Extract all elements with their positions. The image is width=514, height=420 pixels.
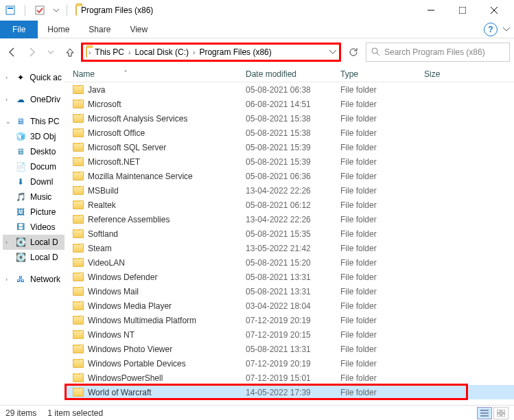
forward-button[interactable] bbox=[23, 44, 40, 60]
drive-icon: 💽 bbox=[15, 237, 26, 248]
star-icon: ✦ bbox=[15, 72, 26, 83]
ribbon-expand-icon[interactable] bbox=[503, 25, 510, 34]
table-row[interactable]: Windows NT07-12-2019 20:15File folder bbox=[65, 327, 514, 342]
table-row[interactable]: Microsoft.NET05-08-2021 15:39File folder bbox=[65, 154, 514, 169]
col-size[interactable]: Size bbox=[424, 69, 479, 79]
file-list: Java05-08-2021 06:38File folderMicrosoft… bbox=[65, 82, 514, 399]
sidebar-onedrive[interactable]: ›☁OneDriv bbox=[3, 92, 65, 107]
file-tab[interactable]: File bbox=[0, 21, 38, 38]
table-row[interactable]: Microsoft SQL Server05-08-2021 15:39File… bbox=[65, 140, 514, 154]
table-row[interactable]: Windows Photo Viewer05-08-2021 13:31File… bbox=[65, 342, 514, 356]
table-row[interactable]: Windows Mail05-08-2021 13:31File folder bbox=[65, 284, 514, 299]
properties-icon[interactable] bbox=[4, 4, 16, 16]
home-tab[interactable]: Home bbox=[38, 21, 79, 38]
svg-rect-14 bbox=[497, 414, 500, 417]
help-button[interactable]: ? bbox=[484, 23, 498, 36]
share-tab[interactable]: Share bbox=[79, 21, 120, 38]
svg-rect-0 bbox=[6, 6, 14, 14]
folder-icon bbox=[73, 186, 84, 195]
table-row[interactable]: Realtek05-08-2021 06:12File folder bbox=[65, 198, 514, 212]
sidebar-item[interactable]: 🖼Picture bbox=[3, 205, 65, 220]
chevron-right-icon[interactable]: › bbox=[128, 49, 130, 56]
minimize-button[interactable] bbox=[415, 0, 447, 21]
ribbon: File Home Share View ? bbox=[0, 21, 514, 38]
folder-icon bbox=[73, 373, 84, 382]
sidebar-item[interactable]: 📄Docum bbox=[3, 159, 65, 174]
folder-icon bbox=[73, 244, 84, 253]
col-date[interactable]: Date modified bbox=[246, 69, 340, 79]
cloud-icon: ☁ bbox=[15, 94, 26, 105]
address-bar[interactable]: › This PC › Local Disk (C:) › Program Fi… bbox=[81, 43, 341, 62]
qat-chevron-icon[interactable] bbox=[50, 4, 62, 16]
sidebar-item[interactable]: 🎞Videos bbox=[3, 220, 65, 235]
checkbox-icon[interactable] bbox=[34, 4, 46, 16]
view-tab[interactable]: View bbox=[120, 21, 157, 38]
folder-icon bbox=[73, 85, 84, 94]
folder-icon bbox=[73, 143, 84, 152]
sidebar-network[interactable]: ›🖧Network bbox=[3, 272, 65, 287]
recent-chevron-icon[interactable] bbox=[43, 44, 59, 60]
refresh-button[interactable] bbox=[344, 43, 363, 62]
sidebar-item[interactable]: 🎵Music bbox=[3, 189, 65, 205]
folder-icon bbox=[73, 114, 84, 123]
drive-icon: 💽 bbox=[15, 252, 26, 263]
sidebar-quick-access[interactable]: ›✦Quick ac bbox=[3, 70, 65, 85]
folder-icon bbox=[73, 100, 84, 108]
svg-point-7 bbox=[372, 48, 377, 54]
table-row[interactable]: Windows Portable Devices07-12-2019 20:19… bbox=[65, 356, 514, 371]
status-selection: 1 item selected bbox=[47, 408, 103, 418]
table-row[interactable]: Windows Multimedia Platform07-12-2019 20… bbox=[65, 313, 514, 327]
table-row[interactable]: Windows Media Player03-04-2022 18:04File… bbox=[65, 299, 514, 313]
sidebar-this-pc[interactable]: ⌄🖥This PC bbox=[3, 114, 65, 129]
search-icon bbox=[371, 47, 380, 58]
address-chevron-icon[interactable] bbox=[329, 47, 336, 57]
folder-icon bbox=[73, 287, 84, 296]
status-bar: 29 items 1 item selected bbox=[0, 405, 514, 420]
large-icons-view-button[interactable] bbox=[493, 407, 509, 419]
breadcrumb-folder[interactable]: Program Files (x86) bbox=[196, 46, 274, 58]
table-row[interactable]: World of Warcraft14-05-2022 17:39File fo… bbox=[65, 385, 514, 399]
table-row[interactable]: Softland05-08-2021 15:35File folder bbox=[65, 226, 514, 241]
maximize-button[interactable] bbox=[447, 0, 478, 21]
drive-icon: 🧊 bbox=[15, 131, 26, 142]
pc-icon: 🖥 bbox=[15, 116, 26, 127]
chevron-right-icon[interactable]: › bbox=[193, 49, 195, 56]
chevron-right-icon[interactable]: › bbox=[89, 49, 91, 56]
titlebar: Program Files (x86) bbox=[0, 0, 514, 21]
folder-icon bbox=[73, 229, 84, 238]
svg-rect-4 bbox=[459, 7, 466, 14]
sidebar-item[interactable]: ⬇Downl bbox=[3, 174, 65, 189]
table-row[interactable]: Steam13-05-2022 21:42File folder bbox=[65, 241, 514, 255]
sidebar-item[interactable]: 🧊3D Obj bbox=[3, 129, 65, 144]
table-row[interactable]: Microsoft Analysis Services05-08-2021 15… bbox=[65, 111, 514, 126]
up-button[interactable] bbox=[62, 44, 78, 60]
col-type[interactable]: Type bbox=[340, 69, 424, 79]
breadcrumb-this-pc[interactable]: This PC bbox=[92, 46, 127, 58]
back-button[interactable] bbox=[4, 44, 21, 60]
sort-asc-icon: ˄ bbox=[124, 69, 128, 79]
folder-icon bbox=[73, 330, 84, 339]
table-row[interactable]: Reference Assemblies13-04-2022 22:26File… bbox=[65, 212, 514, 226]
table-row[interactable]: Microsoft Office05-08-2021 15:38File fol… bbox=[65, 126, 514, 140]
sidebar-item[interactable]: 💽Local D bbox=[3, 250, 65, 265]
sidebar-item[interactable]: ›💽Local D bbox=[3, 235, 65, 250]
col-name[interactable]: Name˄ bbox=[69, 69, 246, 79]
table-row[interactable]: WindowsPowerShell07-12-2019 15:01File fo… bbox=[65, 371, 514, 385]
close-button[interactable] bbox=[478, 0, 510, 21]
sidebar: ›✦Quick ac ›☁OneDriv ⌄🖥This PC 🧊3D Obj🖥D… bbox=[0, 66, 65, 405]
search-input[interactable]: Search Program Files (x86) bbox=[366, 43, 510, 62]
folder-icon bbox=[73, 359, 84, 368]
details-view-button[interactable] bbox=[477, 407, 492, 419]
table-row[interactable]: Microsoft06-08-2021 14:51File folder bbox=[65, 97, 514, 111]
table-row[interactable]: Windows Defender05-08-2021 13:31File fol… bbox=[65, 270, 514, 284]
breadcrumb-drive[interactable]: Local Disk (C:) bbox=[132, 46, 191, 58]
sidebar-item[interactable]: 🖥Deskto bbox=[3, 144, 65, 159]
drive-icon: ⬇ bbox=[15, 176, 26, 187]
table-row[interactable]: VideoLAN05-08-2021 15:20File folder bbox=[65, 255, 514, 270]
folder-icon bbox=[73, 157, 84, 166]
svg-rect-2 bbox=[36, 6, 44, 14]
table-row[interactable]: MSBuild13-04-2022 22:26File folder bbox=[65, 183, 514, 198]
table-row[interactable]: Mozilla Maintenance Service05-08-2021 06… bbox=[65, 169, 514, 183]
table-row[interactable]: Java05-08-2021 06:38File folder bbox=[65, 82, 514, 97]
folder-icon bbox=[73, 200, 84, 209]
